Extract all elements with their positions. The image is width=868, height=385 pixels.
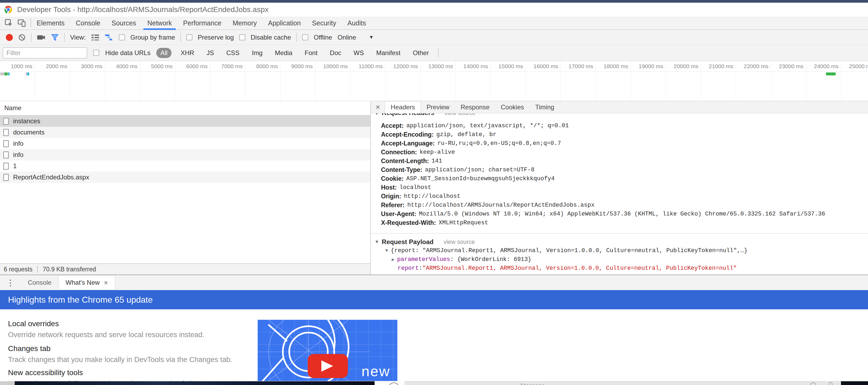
throttling-select[interactable]: Online: [337, 34, 356, 41]
header-line: Host: localhost: [381, 183, 868, 192]
view-source-link[interactable]: view source: [444, 238, 475, 246]
devtools-tab[interactable]: Performance: [177, 17, 227, 29]
resource-type-filter[interactable]: All: [156, 48, 172, 58]
header-name: User-Agent: [381, 211, 414, 218]
header-line: Accept: application/json, text/javascrip…: [381, 121, 868, 130]
view-list-icon[interactable]: [91, 34, 99, 41]
details-tab[interactable]: Timing: [529, 101, 560, 113]
kebab-menu-icon[interactable]: ⋮: [0, 275, 21, 290]
resource-type-filter[interactable]: XHR: [177, 48, 197, 58]
overview-activity-bar: [27, 72, 29, 75]
resource-type-filter[interactable]: Img: [249, 48, 266, 58]
disclosure-open-icon[interactable]: ▼: [375, 114, 379, 116]
resource-type-filter[interactable]: Other: [410, 48, 432, 58]
timeline-tick-label: 12000 ms: [385, 61, 421, 71]
disclosure-closed-icon[interactable]: ▶: [392, 257, 394, 262]
request-row[interactable]: info: [0, 138, 370, 149]
video-thumbnail[interactable]: new: [258, 320, 397, 381]
devtools-tab[interactable]: Console: [70, 17, 106, 29]
header-name: Accept-Encoding: [381, 131, 432, 138]
resource-type-filter[interactable]: Manifest: [373, 48, 404, 58]
filter-input[interactable]: [3, 47, 87, 59]
details-tab[interactable]: Response: [455, 101, 495, 113]
view-source-link[interactable]: view source: [444, 114, 475, 116]
close-icon[interactable]: ×: [104, 279, 108, 287]
request-row[interactable]: ReportActEndedJobs.aspx: [0, 172, 370, 183]
section-title[interactable]: Changes tab: [8, 344, 232, 353]
group-by-frame-checkbox[interactable]: [119, 34, 125, 40]
section-title[interactable]: New accessibility tools: [8, 368, 217, 377]
resource-type-filter[interactable]: WS: [350, 48, 367, 58]
header-value: ASP.NET_SessionId=buzewmqgsuh5jeckkkquof…: [406, 175, 555, 182]
file-icon: [3, 140, 9, 147]
banner-title: Highlights from the Chrome 65 update: [8, 295, 153, 305]
resource-type-filter[interactable]: Doc: [327, 48, 345, 58]
request-name: info: [13, 151, 24, 159]
divider: [37, 266, 38, 273]
request-payload-title[interactable]: Request Payload: [382, 238, 433, 246]
request-headers-title[interactable]: Request Headers: [382, 114, 434, 116]
section-title[interactable]: Local overrides: [8, 320, 205, 328]
timeline-tick-label: 19000 ms: [631, 61, 666, 71]
request-row[interactable]: documents: [0, 127, 370, 138]
payload-report-line[interactable]: report : "ARMSJournal.Report1, ARMSJourn…: [375, 264, 868, 273]
background-window-sliver: [375, 381, 405, 385]
resource-type-filter[interactable]: JS: [204, 48, 217, 58]
network-overview[interactable]: [0, 72, 868, 101]
details-tab[interactable]: Preview: [421, 101, 455, 113]
devtools-tab[interactable]: Memory: [227, 17, 262, 29]
chevron-down-icon[interactable]: ▼: [369, 34, 374, 40]
whats-new-section: Local overrides Override network request…: [8, 320, 205, 339]
request-row[interactable]: instances: [0, 116, 370, 127]
request-count: 6 requests: [4, 266, 32, 273]
header-line: Accept-Language: ru-RU,ru;q=0.9,en-US;q=…: [381, 139, 868, 148]
tab-whats-new[interactable]: What's New ×: [58, 275, 115, 290]
clear-icon[interactable]: [18, 34, 26, 41]
timeline-tick-label: 10000 ms: [315, 61, 350, 71]
headers-panel: ▼Request Headersview source Accept: appl…: [371, 114, 868, 275]
resource-type-filter[interactable]: Font: [302, 48, 321, 58]
disable-cache-checkbox[interactable]: [239, 34, 245, 40]
preserve-log-checkbox[interactable]: [186, 34, 192, 40]
devtools-tab[interactable]: Audits: [342, 17, 371, 29]
waterfall-icon[interactable]: [105, 34, 114, 41]
devtools-tab[interactable]: Application: [262, 17, 306, 29]
timeline-tick-label: 15000 ms: [491, 61, 526, 71]
disclosure-open-icon[interactable]: ▼: [385, 248, 388, 253]
hide-data-urls-checkbox[interactable]: [93, 50, 99, 56]
close-icon[interactable]: ×: [371, 101, 385, 113]
inspect-element-icon[interactable]: [5, 19, 13, 27]
header-name: Content-Type: [381, 166, 421, 173]
timeline-tick-label: 9000 ms: [280, 61, 315, 71]
devtools-tab[interactable]: Sources: [106, 17, 142, 29]
offline-checkbox[interactable]: [302, 34, 308, 40]
devtools-tab[interactable]: Elements: [31, 17, 70, 29]
request-row[interactable]: info: [0, 149, 370, 160]
record-button[interactable]: [6, 34, 13, 41]
request-details-pane: × Headers Preview Response Cookies Timin…: [371, 101, 868, 275]
payload-root-line[interactable]: ▼ {report: "ARMSJournal.Report1, ARMSJou…: [375, 246, 868, 255]
capture-screenshots-icon[interactable]: [37, 34, 45, 41]
column-header-name[interactable]: Name: [0, 101, 370, 116]
payload-parameter-line[interactable]: ▶ parameterValues : {WorkOrderLink: 6913…: [375, 255, 868, 264]
timeline-tick-label: 17000 ms: [561, 61, 596, 71]
details-tab[interactable]: Headers: [385, 101, 421, 114]
filter-funnel-icon[interactable]: [51, 34, 59, 41]
devtools-tab[interactable]: Security: [306, 17, 342, 29]
file-icon: [3, 129, 9, 136]
timeline-tick-label: 11000 ms: [350, 61, 385, 71]
request-row[interactable]: 1: [0, 160, 370, 172]
tab-console[interactable]: Console: [21, 275, 58, 290]
disclosure-open-icon[interactable]: ▼: [375, 239, 379, 245]
resource-type-filter[interactable]: Media: [272, 48, 296, 58]
background-window-sliver: [841, 381, 868, 385]
details-tab[interactable]: Cookies: [495, 101, 530, 113]
devtools-tab[interactable]: Network: [142, 17, 178, 29]
device-toolbar-icon[interactable]: [18, 19, 26, 27]
timeline-tick-label: 2000 ms: [35, 61, 70, 71]
header-value: Mozilla/5.0 (Windows NT 10.0; Win64; x64…: [419, 211, 825, 217]
group-by-frame-label: Group by frame: [130, 34, 175, 41]
header-line: Referer: http://localhost/ARMSJournals/R…: [381, 201, 868, 210]
timeline-tick-label: 5000 ms: [140, 61, 175, 71]
resource-type-filter[interactable]: CSS: [223, 48, 243, 58]
